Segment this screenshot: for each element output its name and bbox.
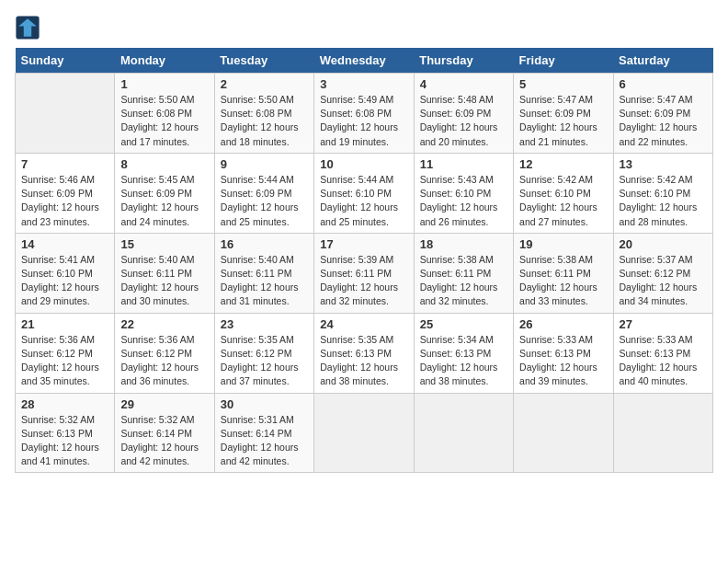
day-number: 9 xyxy=(221,157,308,171)
day-cell xyxy=(16,74,115,154)
day-cell: 19Sunrise: 5:38 AM Sunset: 6:11 PM Dayli… xyxy=(514,233,613,313)
header-monday: Monday xyxy=(115,48,214,74)
day-number: 20 xyxy=(620,237,707,251)
day-info: Sunrise: 5:42 AM Sunset: 6:10 PM Dayligh… xyxy=(620,173,707,229)
day-cell xyxy=(414,393,513,473)
day-number: 22 xyxy=(120,317,208,331)
day-number: 15 xyxy=(120,237,208,251)
day-number: 19 xyxy=(519,237,607,251)
day-cell: 8Sunrise: 5:45 AM Sunset: 6:09 PM Daylig… xyxy=(115,153,214,233)
week-row-3: 14Sunrise: 5:41 AM Sunset: 6:10 PM Dayli… xyxy=(16,233,713,313)
day-cell: 20Sunrise: 5:37 AM Sunset: 6:12 PM Dayli… xyxy=(613,233,712,313)
day-info: Sunrise: 5:49 AM Sunset: 6:08 PM Dayligh… xyxy=(320,93,407,149)
day-number: 14 xyxy=(21,237,108,251)
day-cell: 24Sunrise: 5:35 AM Sunset: 6:13 PM Dayli… xyxy=(314,313,414,393)
day-info: Sunrise: 5:36 AM Sunset: 6:12 PM Dayligh… xyxy=(120,333,208,389)
header-friday: Friday xyxy=(514,48,613,74)
day-cell: 7Sunrise: 5:46 AM Sunset: 6:09 PM Daylig… xyxy=(16,153,115,233)
day-number: 29 xyxy=(120,397,208,411)
day-number: 21 xyxy=(21,317,108,331)
day-info: Sunrise: 5:35 AM Sunset: 6:12 PM Dayligh… xyxy=(221,333,308,389)
day-cell xyxy=(514,393,613,473)
day-cell: 22Sunrise: 5:36 AM Sunset: 6:12 PM Dayli… xyxy=(115,313,214,393)
day-cell xyxy=(314,393,414,473)
day-cell: 17Sunrise: 5:39 AM Sunset: 6:11 PM Dayli… xyxy=(314,233,414,313)
header-sunday: Sunday xyxy=(16,48,115,74)
day-cell: 11Sunrise: 5:43 AM Sunset: 6:10 PM Dayli… xyxy=(414,153,513,233)
day-info: Sunrise: 5:33 AM Sunset: 6:13 PM Dayligh… xyxy=(519,333,607,389)
day-cell: 29Sunrise: 5:32 AM Sunset: 6:14 PM Dayli… xyxy=(115,393,214,473)
day-cell: 12Sunrise: 5:42 AM Sunset: 6:10 PM Dayli… xyxy=(514,153,613,233)
day-info: Sunrise: 5:31 AM Sunset: 6:14 PM Dayligh… xyxy=(221,413,308,469)
day-number: 7 xyxy=(21,157,108,171)
week-row-4: 21Sunrise: 5:36 AM Sunset: 6:12 PM Dayli… xyxy=(16,313,713,393)
day-cell: 18Sunrise: 5:38 AM Sunset: 6:11 PM Dayli… xyxy=(414,233,513,313)
day-number: 18 xyxy=(420,237,507,251)
day-cell: 5Sunrise: 5:47 AM Sunset: 6:09 PM Daylig… xyxy=(514,74,613,154)
day-number: 26 xyxy=(519,317,607,331)
day-info: Sunrise: 5:47 AM Sunset: 6:09 PM Dayligh… xyxy=(519,93,607,149)
day-cell: 27Sunrise: 5:33 AM Sunset: 6:13 PM Dayli… xyxy=(613,313,712,393)
logo xyxy=(15,15,44,40)
day-cell: 6Sunrise: 5:47 AM Sunset: 6:09 PM Daylig… xyxy=(613,74,712,154)
day-info: Sunrise: 5:42 AM Sunset: 6:10 PM Dayligh… xyxy=(519,173,607,229)
day-info: Sunrise: 5:44 AM Sunset: 6:10 PM Dayligh… xyxy=(320,173,407,229)
day-number: 25 xyxy=(420,317,507,331)
day-number: 17 xyxy=(320,237,407,251)
day-number: 24 xyxy=(320,317,407,331)
day-number: 13 xyxy=(620,157,707,171)
day-info: Sunrise: 5:46 AM Sunset: 6:09 PM Dayligh… xyxy=(21,173,108,229)
header-tuesday: Tuesday xyxy=(214,48,313,74)
day-cell: 21Sunrise: 5:36 AM Sunset: 6:12 PM Dayli… xyxy=(16,313,115,393)
day-number: 4 xyxy=(420,77,507,91)
day-cell: 23Sunrise: 5:35 AM Sunset: 6:12 PM Dayli… xyxy=(214,313,313,393)
day-number: 6 xyxy=(620,77,707,91)
day-info: Sunrise: 5:44 AM Sunset: 6:09 PM Dayligh… xyxy=(221,173,308,229)
day-info: Sunrise: 5:47 AM Sunset: 6:09 PM Dayligh… xyxy=(620,93,707,149)
day-info: Sunrise: 5:45 AM Sunset: 6:09 PM Dayligh… xyxy=(120,173,208,229)
day-info: Sunrise: 5:50 AM Sunset: 6:08 PM Dayligh… xyxy=(221,93,308,149)
day-info: Sunrise: 5:32 AM Sunset: 6:14 PM Dayligh… xyxy=(120,413,208,469)
day-info: Sunrise: 5:34 AM Sunset: 6:13 PM Dayligh… xyxy=(420,333,507,389)
day-cell: 14Sunrise: 5:41 AM Sunset: 6:10 PM Dayli… xyxy=(16,233,115,313)
day-info: Sunrise: 5:38 AM Sunset: 6:11 PM Dayligh… xyxy=(519,253,607,309)
week-row-1: 1Sunrise: 5:50 AM Sunset: 6:08 PM Daylig… xyxy=(16,74,713,154)
header-thursday: Thursday xyxy=(414,48,513,74)
day-number: 27 xyxy=(620,317,707,331)
day-cell: 28Sunrise: 5:32 AM Sunset: 6:13 PM Dayli… xyxy=(16,393,115,473)
day-cell: 10Sunrise: 5:44 AM Sunset: 6:10 PM Dayli… xyxy=(314,153,414,233)
day-info: Sunrise: 5:48 AM Sunset: 6:09 PM Dayligh… xyxy=(420,93,507,149)
day-cell: 3Sunrise: 5:49 AM Sunset: 6:08 PM Daylig… xyxy=(314,74,414,154)
day-cell xyxy=(613,393,712,473)
day-number: 10 xyxy=(320,157,407,171)
day-number: 11 xyxy=(420,157,507,171)
day-info: Sunrise: 5:37 AM Sunset: 6:12 PM Dayligh… xyxy=(620,253,707,309)
day-info: Sunrise: 5:33 AM Sunset: 6:13 PM Dayligh… xyxy=(620,333,707,389)
page-header xyxy=(15,15,713,40)
day-info: Sunrise: 5:36 AM Sunset: 6:12 PM Dayligh… xyxy=(21,333,108,389)
day-number: 16 xyxy=(221,237,308,251)
week-row-5: 28Sunrise: 5:32 AM Sunset: 6:13 PM Dayli… xyxy=(16,393,713,473)
calendar-header-row: SundayMondayTuesdayWednesdayThursdayFrid… xyxy=(16,48,713,74)
logo-icon xyxy=(15,15,40,40)
day-cell: 9Sunrise: 5:44 AM Sunset: 6:09 PM Daylig… xyxy=(214,153,313,233)
week-row-2: 7Sunrise: 5:46 AM Sunset: 6:09 PM Daylig… xyxy=(16,153,713,233)
day-info: Sunrise: 5:50 AM Sunset: 6:08 PM Dayligh… xyxy=(120,93,208,149)
header-saturday: Saturday xyxy=(613,48,712,74)
calendar-table: SundayMondayTuesdayWednesdayThursdayFrid… xyxy=(15,48,713,473)
day-number: 3 xyxy=(320,77,407,91)
day-number: 23 xyxy=(221,317,308,331)
day-cell: 4Sunrise: 5:48 AM Sunset: 6:09 PM Daylig… xyxy=(414,74,513,154)
day-cell: 15Sunrise: 5:40 AM Sunset: 6:11 PM Dayli… xyxy=(115,233,214,313)
day-cell: 16Sunrise: 5:40 AM Sunset: 6:11 PM Dayli… xyxy=(214,233,313,313)
day-info: Sunrise: 5:39 AM Sunset: 6:11 PM Dayligh… xyxy=(320,253,407,309)
day-number: 1 xyxy=(120,77,208,91)
day-number: 5 xyxy=(519,77,607,91)
day-cell: 26Sunrise: 5:33 AM Sunset: 6:13 PM Dayli… xyxy=(514,313,613,393)
day-info: Sunrise: 5:43 AM Sunset: 6:10 PM Dayligh… xyxy=(420,173,507,229)
day-cell: 30Sunrise: 5:31 AM Sunset: 6:14 PM Dayli… xyxy=(214,393,313,473)
day-number: 2 xyxy=(221,77,308,91)
day-cell: 13Sunrise: 5:42 AM Sunset: 6:10 PM Dayli… xyxy=(613,153,712,233)
day-number: 12 xyxy=(519,157,607,171)
day-info: Sunrise: 5:40 AM Sunset: 6:11 PM Dayligh… xyxy=(120,253,208,309)
